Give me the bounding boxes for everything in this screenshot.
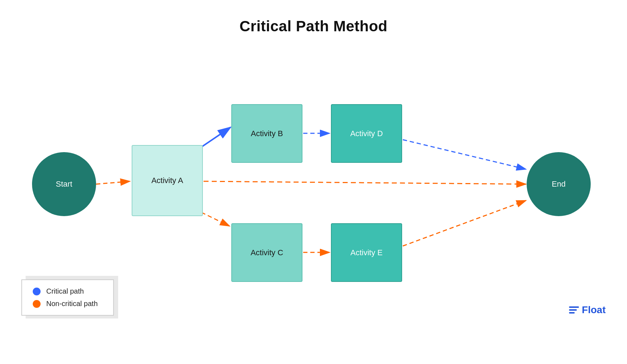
- legend-item-noncritical: Non-critical path: [33, 300, 102, 308]
- node-activity-a: Activity A: [132, 145, 203, 216]
- node-start: Start: [32, 152, 96, 216]
- float-logo-icon: [569, 306, 579, 314]
- float-brand-name: Float: [582, 304, 606, 316]
- float-logo-line-1: [569, 306, 579, 308]
- node-activity-e: Activity E: [331, 223, 402, 282]
- float-logo-line-3: [569, 312, 575, 314]
- node-activity-b: Activity B: [231, 104, 302, 163]
- arrow-start-to-a: [96, 181, 130, 184]
- legend-label-critical: Critical path: [46, 287, 84, 295]
- node-activity-e-label: Activity E: [351, 248, 383, 257]
- legend-box: Critical path Non-critical path: [21, 279, 114, 316]
- node-activity-c: Activity C: [231, 223, 302, 282]
- node-activity-d: Activity D: [331, 104, 402, 163]
- legend-item-critical: Critical path: [33, 287, 102, 295]
- node-activity-c-label: Activity C: [251, 248, 283, 257]
- legend-dot-blue: [33, 288, 41, 295]
- node-activity-d-label: Activity D: [350, 129, 383, 138]
- node-activity-a-label: Activity A: [151, 176, 183, 185]
- node-end: End: [527, 152, 591, 216]
- arrow-e-to-end: [403, 200, 526, 246]
- page-title: Critical Path Method: [0, 0, 627, 35]
- float-logo: Float: [569, 304, 606, 316]
- node-end-label: End: [552, 180, 565, 189]
- diagram-area: Start Activity A Activity B Activity C A…: [0, 42, 627, 333]
- float-logo-line-2: [569, 309, 577, 311]
- legend-dot-orange: [33, 300, 41, 308]
- legend-label-noncritical: Non-critical path: [46, 300, 98, 308]
- node-activity-b-label: Activity B: [251, 129, 283, 138]
- arrow-d-to-end: [403, 140, 526, 169]
- arrow-a-to-end: [204, 181, 526, 184]
- node-start-label: Start: [56, 180, 72, 189]
